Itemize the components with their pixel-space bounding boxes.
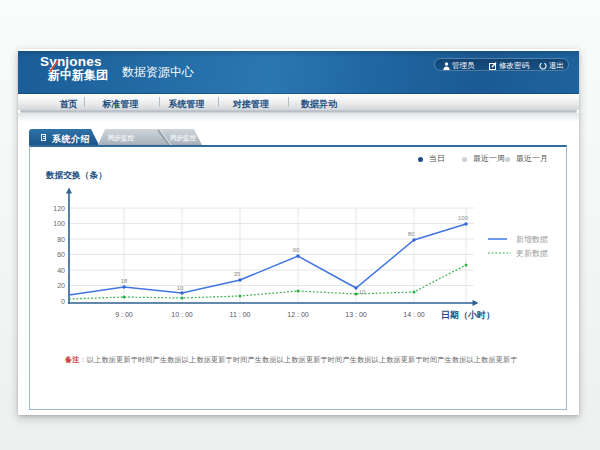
- svg-text:100: 100: [53, 220, 65, 227]
- svg-text:120: 120: [53, 205, 65, 212]
- svg-text:11 : 00: 11 : 00: [230, 311, 251, 318]
- svg-text:60: 60: [57, 251, 65, 258]
- svg-text:新增数据: 新增数据: [516, 235, 548, 244]
- svg-text:日期（小时）: 日期（小时）: [441, 310, 495, 320]
- svg-text:10: 10: [359, 289, 366, 295]
- svg-text:9 : 00: 9 : 00: [115, 311, 133, 318]
- svg-text:80: 80: [57, 236, 65, 243]
- svg-text:0: 0: [61, 298, 65, 305]
- svg-text:18: 18: [121, 278, 128, 284]
- svg-text:40: 40: [57, 267, 65, 274]
- svg-text:20: 20: [57, 282, 65, 289]
- svg-text:12 : 00: 12 : 00: [287, 311, 309, 318]
- svg-text:60: 60: [293, 247, 300, 253]
- svg-text:10 : 00: 10 : 00: [171, 311, 193, 318]
- svg-text:100: 100: [458, 215, 469, 221]
- svg-text:13 : 00: 13 : 00: [345, 311, 367, 318]
- svg-text:80: 80: [408, 231, 415, 237]
- svg-text:35: 35: [234, 271, 241, 277]
- svg-text:更新数据: 更新数据: [516, 249, 548, 258]
- svg-text:10: 10: [177, 285, 184, 291]
- svg-text:14 : 00: 14 : 00: [403, 311, 425, 318]
